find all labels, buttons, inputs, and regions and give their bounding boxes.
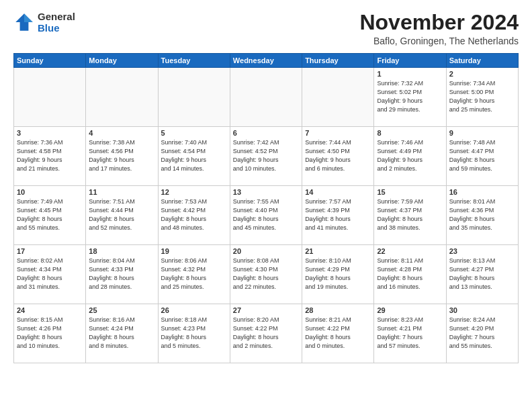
calendar-week-4: 17Sunrise: 8:02 AM Sunset: 4:34 PM Dayli… — [14, 245, 519, 304]
calendar-week-5: 24Sunrise: 8:15 AM Sunset: 4:26 PM Dayli… — [14, 304, 519, 363]
day-info: Sunrise: 7:49 AM Sunset: 4:45 PM Dayligh… — [17, 197, 83, 232]
weekday-header-sunday: Sunday — [14, 54, 86, 68]
day-info: Sunrise: 7:40 AM Sunset: 4:54 PM Dayligh… — [161, 138, 227, 173]
month-title: November 2024 — [359, 11, 519, 34]
day-number: 28 — [305, 306, 371, 314]
calendar-day: 24Sunrise: 8:15 AM Sunset: 4:26 PM Dayli… — [14, 304, 86, 363]
calendar-day: 28Sunrise: 8:21 AM Sunset: 4:22 PM Dayli… — [302, 304, 374, 363]
day-number: 12 — [161, 188, 227, 196]
calendar-day: 6Sunrise: 7:42 AM Sunset: 4:52 PM Daylig… — [230, 127, 302, 186]
day-number: 30 — [449, 306, 515, 314]
day-info: Sunrise: 8:11 AM Sunset: 4:28 PM Dayligh… — [377, 257, 443, 291]
calendar-day: 29Sunrise: 8:23 AM Sunset: 4:21 PM Dayli… — [374, 304, 446, 363]
day-number: 3 — [17, 129, 83, 137]
day-number: 21 — [305, 247, 371, 255]
day-number: 17 — [17, 247, 83, 255]
weekday-header-saturday: Saturday — [446, 54, 518, 68]
day-info: Sunrise: 7:46 AM Sunset: 4:49 PM Dayligh… — [377, 138, 443, 173]
day-info: Sunrise: 8:18 AM Sunset: 4:23 PM Dayligh… — [161, 316, 227, 351]
logo: General Blue — [13, 11, 75, 34]
logo-icon — [13, 11, 35, 33]
day-info: Sunrise: 7:34 AM Sunset: 5:00 PM Dayligh… — [449, 79, 515, 114]
day-number: 20 — [233, 247, 299, 255]
day-info: Sunrise: 7:59 AM Sunset: 4:37 PM Dayligh… — [377, 197, 443, 232]
day-number: 5 — [161, 129, 227, 137]
calendar-day: 23Sunrise: 8:13 AM Sunset: 4:27 PM Dayli… — [446, 245, 518, 304]
calendar-day: 5Sunrise: 7:40 AM Sunset: 4:54 PM Daylig… — [158, 127, 230, 186]
day-number: 8 — [377, 129, 443, 137]
day-number: 23 — [449, 247, 515, 255]
calendar-day: 22Sunrise: 8:11 AM Sunset: 4:28 PM Dayli… — [374, 245, 446, 304]
calendar-day: 15Sunrise: 7:59 AM Sunset: 4:37 PM Dayli… — [374, 186, 446, 245]
day-info: Sunrise: 8:20 AM Sunset: 4:22 PM Dayligh… — [233, 316, 299, 351]
day-info: Sunrise: 8:10 AM Sunset: 4:29 PM Dayligh… — [305, 257, 371, 291]
day-number: 14 — [305, 188, 371, 196]
calendar-day — [14, 68, 86, 127]
calendar-week-3: 10Sunrise: 7:49 AM Sunset: 4:45 PM Dayli… — [14, 186, 519, 245]
day-info: Sunrise: 7:36 AM Sunset: 4:58 PM Dayligh… — [17, 138, 83, 173]
day-info: Sunrise: 7:38 AM Sunset: 4:56 PM Dayligh… — [89, 138, 154, 173]
day-number: 29 — [377, 306, 443, 314]
calendar-day: 2Sunrise: 7:34 AM Sunset: 5:00 PM Daylig… — [446, 68, 518, 127]
day-number: 4 — [89, 129, 154, 137]
calendar-day — [158, 68, 230, 127]
day-info: Sunrise: 8:08 AM Sunset: 4:30 PM Dayligh… — [233, 257, 299, 291]
weekday-header-thursday: Thursday — [302, 54, 374, 68]
calendar-day: 27Sunrise: 8:20 AM Sunset: 4:22 PM Dayli… — [230, 304, 302, 363]
weekday-header-tuesday: Tuesday — [158, 54, 230, 68]
day-info: Sunrise: 8:04 AM Sunset: 4:33 PM Dayligh… — [89, 257, 154, 291]
day-info: Sunrise: 7:32 AM Sunset: 5:02 PM Dayligh… — [377, 79, 443, 114]
calendar-day: 13Sunrise: 7:55 AM Sunset: 4:40 PM Dayli… — [230, 186, 302, 245]
weekday-header-friday: Friday — [374, 54, 446, 68]
weekday-header-monday: Monday — [86, 54, 158, 68]
day-info: Sunrise: 7:48 AM Sunset: 4:47 PM Dayligh… — [449, 138, 515, 173]
calendar-day — [230, 68, 302, 127]
day-info: Sunrise: 8:15 AM Sunset: 4:26 PM Dayligh… — [17, 316, 83, 351]
calendar-day: 17Sunrise: 8:02 AM Sunset: 4:34 PM Dayli… — [14, 245, 86, 304]
day-info: Sunrise: 8:06 AM Sunset: 4:32 PM Dayligh… — [161, 257, 227, 291]
day-info: Sunrise: 7:51 AM Sunset: 4:44 PM Dayligh… — [89, 197, 154, 232]
calendar-day: 19Sunrise: 8:06 AM Sunset: 4:32 PM Dayli… — [158, 245, 230, 304]
day-number: 1 — [377, 70, 443, 78]
day-number: 27 — [233, 306, 299, 314]
day-number: 18 — [89, 247, 154, 255]
day-number: 13 — [233, 188, 299, 196]
day-number: 24 — [17, 306, 83, 314]
calendar-day: 3Sunrise: 7:36 AM Sunset: 4:58 PM Daylig… — [14, 127, 86, 186]
day-info: Sunrise: 7:55 AM Sunset: 4:40 PM Dayligh… — [233, 197, 299, 232]
calendar-day: 21Sunrise: 8:10 AM Sunset: 4:29 PM Dayli… — [302, 245, 374, 304]
day-number: 19 — [161, 247, 227, 255]
calendar-table: SundayMondayTuesdayWednesdayThursdayFrid… — [13, 53, 519, 363]
svg-marker-1 — [24, 13, 33, 22]
calendar-day: 9Sunrise: 7:48 AM Sunset: 4:47 PM Daylig… — [446, 127, 518, 186]
day-info: Sunrise: 8:23 AM Sunset: 4:21 PM Dayligh… — [377, 316, 443, 351]
day-info: Sunrise: 7:42 AM Sunset: 4:52 PM Dayligh… — [233, 138, 299, 173]
calendar-day: 25Sunrise: 8:16 AM Sunset: 4:24 PM Dayli… — [86, 304, 158, 363]
calendar-week-2: 3Sunrise: 7:36 AM Sunset: 4:58 PM Daylig… — [14, 127, 519, 186]
day-number: 10 — [17, 188, 83, 196]
calendar-day: 30Sunrise: 8:24 AM Sunset: 4:20 PM Dayli… — [446, 304, 518, 363]
day-number: 22 — [377, 247, 443, 255]
day-number: 15 — [377, 188, 443, 196]
page-header: General Blue November 2024 Baflo, Gronin… — [13, 11, 519, 46]
calendar-day: 14Sunrise: 7:57 AM Sunset: 4:39 PM Dayli… — [302, 186, 374, 245]
calendar-day: 10Sunrise: 7:49 AM Sunset: 4:45 PM Dayli… — [14, 186, 86, 245]
day-number: 2 — [449, 70, 515, 78]
day-number: 16 — [449, 188, 515, 196]
day-number: 7 — [305, 129, 371, 137]
calendar-header-row: SundayMondayTuesdayWednesdayThursdayFrid… — [14, 54, 519, 68]
day-number: 9 — [449, 129, 515, 137]
calendar-day: 4Sunrise: 7:38 AM Sunset: 4:56 PM Daylig… — [86, 127, 158, 186]
calendar-day: 12Sunrise: 7:53 AM Sunset: 4:42 PM Dayli… — [158, 186, 230, 245]
day-info: Sunrise: 8:13 AM Sunset: 4:27 PM Dayligh… — [449, 257, 515, 291]
calendar-day: 26Sunrise: 8:18 AM Sunset: 4:23 PM Dayli… — [158, 304, 230, 363]
weekday-header-wednesday: Wednesday — [230, 54, 302, 68]
calendar-day: 18Sunrise: 8:04 AM Sunset: 4:33 PM Dayli… — [86, 245, 158, 304]
day-number: 25 — [89, 306, 154, 314]
day-info: Sunrise: 7:44 AM Sunset: 4:50 PM Dayligh… — [305, 138, 371, 173]
day-number: 11 — [89, 188, 154, 196]
day-number: 26 — [161, 306, 227, 314]
day-info: Sunrise: 8:16 AM Sunset: 4:24 PM Dayligh… — [89, 316, 154, 351]
calendar-day — [86, 68, 158, 127]
day-info: Sunrise: 8:21 AM Sunset: 4:22 PM Dayligh… — [305, 316, 371, 351]
